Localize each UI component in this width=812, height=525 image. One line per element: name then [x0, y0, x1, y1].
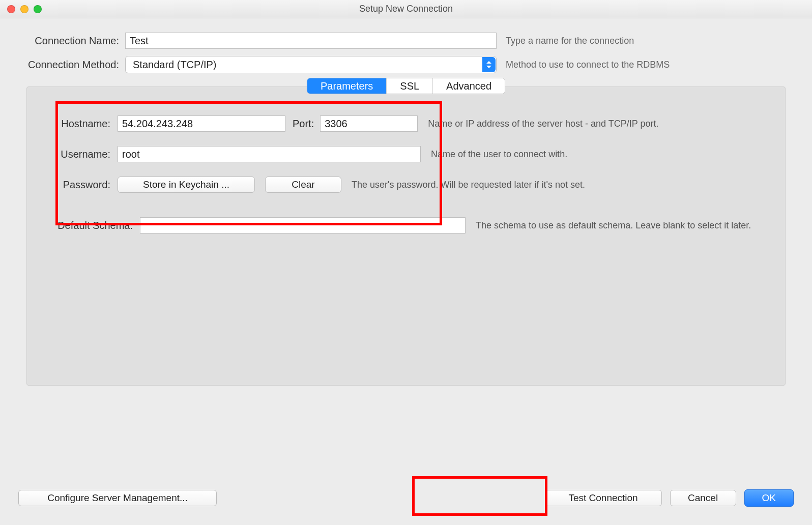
username-help: Name of the user to connect with. [431, 148, 773, 160]
default-schema-input[interactable] [140, 217, 466, 234]
username-input[interactable] [118, 146, 421, 162]
connection-name-help: Type a name for the connection [506, 36, 794, 46]
tab-parameters[interactable]: Parameters [307, 78, 387, 94]
connection-method-label: Connection Method: [18, 59, 125, 71]
cancel-button[interactable]: Cancel [670, 490, 736, 506]
connection-name-label: Connection Name: [18, 35, 125, 47]
port-input[interactable] [320, 115, 418, 132]
store-keychain-button[interactable]: Store in Keychain ... [118, 177, 255, 193]
connection-method-value: Standard (TCP/IP) [133, 59, 217, 71]
default-schema-row: Default Schema: The schema to use as def… [39, 217, 773, 234]
zoom-icon[interactable] [34, 5, 42, 13]
password-help: The user's password. Will be requested l… [352, 179, 773, 191]
connection-method-select[interactable]: Standard (TCP/IP) [125, 56, 497, 73]
username-label: Username: [39, 149, 118, 160]
close-icon[interactable] [7, 5, 15, 13]
connection-header-form: Connection Name: Type a name for the con… [0, 18, 812, 86]
username-row: Username: Name of the user to connect wi… [39, 146, 773, 162]
hostname-row: Hostname: Port: Name or IP address of th… [39, 115, 773, 132]
password-row: Password: Store in Keychain ... Clear Th… [39, 177, 773, 193]
password-label: Password: [39, 179, 118, 191]
connection-name-input[interactable] [125, 33, 497, 49]
window-controls [7, 5, 42, 13]
clear-password-button[interactable]: Clear [265, 177, 341, 193]
dialog-button-row: Configure Server Management... Test Conn… [18, 489, 794, 507]
window-title: Setup New Connection [359, 4, 453, 14]
tab-advanced[interactable]: Advanced [433, 78, 505, 94]
connection-method-help: Method to use to connect to the RDBMS [506, 60, 794, 70]
minimize-icon[interactable] [20, 5, 28, 13]
ok-button[interactable]: OK [744, 489, 794, 507]
parameters-panel: Parameters SSL Advanced Hostname: Port: … [26, 86, 786, 386]
chevron-updown-icon [482, 57, 496, 72]
configure-server-button[interactable]: Configure Server Management... [18, 490, 217, 506]
tab-ssl[interactable]: SSL [387, 78, 433, 94]
hostname-help: Name or IP address of the server host - … [428, 118, 773, 130]
test-connection-button[interactable]: Test Connection [545, 490, 662, 506]
default-schema-help: The schema to use as default schema. Lea… [476, 219, 773, 231]
hostname-label: Hostname: [39, 118, 118, 130]
hostname-input[interactable] [118, 115, 285, 132]
port-label: Port: [293, 118, 314, 130]
default-schema-label: Default Schema: [39, 220, 140, 231]
connection-method-row: Connection Method: Standard (TCP/IP) Met… [18, 56, 794, 73]
tab-strip: Parameters SSL Advanced [307, 78, 505, 94]
connection-name-row: Connection Name: Type a name for the con… [18, 33, 794, 49]
titlebar: Setup New Connection [0, 0, 812, 18]
